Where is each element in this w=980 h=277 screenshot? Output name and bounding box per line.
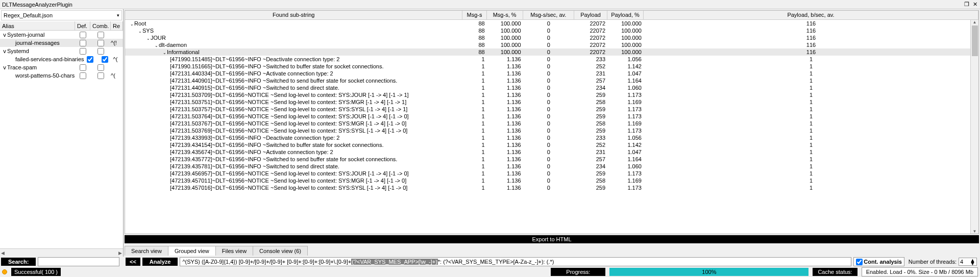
- comb-checkbox[interactable]: [97, 32, 104, 38]
- def-checkbox[interactable]: [80, 64, 86, 71]
- result-row[interactable]: [472131.503764]~DLT~61956~NOTICE ~Send l…: [125, 113, 978, 120]
- result-row[interactable]: [472131.440334]~DLT~61956~INFO ~Activate…: [125, 70, 978, 77]
- row-toggle-icon[interactable]: ⌄: [129, 22, 134, 27]
- cell: 0: [523, 63, 574, 70]
- back-button[interactable]: <<: [126, 258, 140, 266]
- result-row[interactable]: [472131.503769]~DLT~61956~NOTICE ~Send l…: [125, 127, 978, 134]
- comb-checkbox[interactable]: [97, 64, 104, 71]
- cell: 258: [574, 98, 607, 106]
- def-checkbox[interactable]: [80, 32, 86, 38]
- tree-toggle-icon[interactable]: v: [2, 64, 7, 71]
- result-row[interactable]: ⌄Informational88100.000022072100.000116: [125, 48, 978, 56]
- close-icon[interactable]: ✕: [972, 1, 978, 8]
- alias-tree[interactable]: vSystem-journaljournal-messages^(!vSyste…: [0, 31, 123, 248]
- cont-analysis-checkbox[interactable]: [856, 259, 863, 265]
- result-row[interactable]: [471990.151485]~DLT~61956~INFO ~Deactiva…: [125, 56, 978, 63]
- comb-checkbox[interactable]: [97, 48, 104, 55]
- cell: 0: [523, 148, 574, 156]
- tab-files-view[interactable]: Files view: [215, 246, 253, 256]
- search-input[interactable]: [38, 257, 119, 266]
- col-alias[interactable]: Alias: [0, 21, 75, 30]
- col-re[interactable]: Re: [111, 21, 123, 30]
- sub-string: [471990.151665]~DLT~61956~INFO ~Switched…: [170, 63, 383, 69]
- analyze-button[interactable]: Analyze: [142, 258, 178, 266]
- tab-search-view[interactable]: Search view: [125, 246, 168, 256]
- hdr-pl[interactable]: Payload: [574, 11, 607, 20]
- result-row[interactable]: [472131.440915]~DLT~61956~INFO ~Switched…: [125, 84, 978, 91]
- result-row[interactable]: [472139.434154]~DLT~61956~INFO ~Switched…: [125, 141, 978, 148]
- cell: 1: [462, 56, 486, 63]
- progress-bar: 100%: [609, 268, 808, 276]
- vscrollbar[interactable]: ▲▼: [970, 20, 978, 234]
- tree-toggle-icon[interactable]: v: [2, 32, 7, 38]
- result-row[interactable]: [472131.503709]~DLT~61956~NOTICE ~Send l…: [125, 91, 978, 98]
- result-row[interactable]: [472131.503757]~DLT~61956~NOTICE ~Send l…: [125, 106, 978, 113]
- tree-toggle-icon[interactable]: v: [2, 48, 7, 55]
- cell: 231: [574, 70, 607, 77]
- result-grid[interactable]: Found sub-string Msg-s Msg-s, % Msg-s/se…: [125, 10, 979, 234]
- alias-row[interactable]: journal-messages^(!: [0, 39, 123, 47]
- result-row[interactable]: [472131.503767]~DLT~61956~NOTICE ~Send l…: [125, 120, 978, 127]
- regex-preview: ^(: [113, 56, 123, 62]
- alias-row[interactable]: failed-services-and-binaries^(: [0, 55, 123, 63]
- hdr-sub[interactable]: Found sub-string: [125, 11, 462, 20]
- alias-row[interactable]: vSystem-journal: [0, 31, 123, 39]
- status-bar: Successful( 100 ) Progress: 100% Cache s…: [0, 267, 980, 277]
- row-toggle-icon[interactable]: ⌄: [162, 51, 167, 55]
- cell: 1: [644, 163, 978, 170]
- hdr-msgp[interactable]: Msg-s, %: [487, 11, 523, 20]
- cont-analysis-toggle[interactable]: Cont. analysis: [853, 257, 904, 266]
- result-row[interactable]: [472139.433993]~DLT~61956~INFO ~Deactiva…: [125, 134, 978, 141]
- row-toggle-icon[interactable]: ⌄: [154, 43, 159, 48]
- result-row[interactable]: [471990.151665]~DLT~61956~INFO ~Switched…: [125, 63, 978, 70]
- result-row[interactable]: ⌄SYS88100.000022072100.000116: [125, 27, 978, 34]
- cell: 1: [644, 184, 978, 191]
- col-def[interactable]: Def.: [75, 21, 90, 30]
- result-row[interactable]: [472139.457016]~DLT~61956~NOTICE ~Send l…: [125, 184, 978, 191]
- comb-checkbox[interactable]: [97, 72, 104, 79]
- hdr-mps[interactable]: Msg-s/sec, av.: [523, 11, 574, 20]
- cell: 1: [644, 156, 978, 163]
- result-row[interactable]: [472139.457011]~DLT~61956~NOTICE ~Send l…: [125, 177, 978, 184]
- result-row[interactable]: [472139.435772]~DLT~61956~INFO ~Switched…: [125, 156, 978, 163]
- hdr-msg[interactable]: Msg-s: [462, 11, 486, 20]
- alias-row[interactable]: worst-patterns-50-chars^(: [0, 71, 123, 80]
- hdr-plp[interactable]: Payload, %: [607, 11, 644, 20]
- def-checkbox[interactable]: [80, 48, 86, 55]
- result-row[interactable]: ⌄Root88100.000022072100.000116: [125, 20, 978, 27]
- result-row[interactable]: ⌄dlt-daemon88100.000022072100.000116: [125, 41, 978, 48]
- export-to-html-button[interactable]: Export to HTML: [125, 235, 979, 243]
- cell: 0: [523, 77, 574, 84]
- row-toggle-icon[interactable]: ⌄: [145, 36, 151, 41]
- restore-icon[interactable]: ❐: [964, 1, 970, 8]
- tab-console-view-[interactable]: Console view (6): [253, 246, 308, 256]
- alias-row[interactable]: vTrace-spam: [0, 63, 123, 71]
- def-checkbox[interactable]: [80, 40, 86, 46]
- row-toggle-icon[interactable]: ⌄: [137, 29, 142, 34]
- alias-label: failed-services-and-binaries: [15, 56, 84, 62]
- result-row[interactable]: [472131.440901]~DLT~61956~INFO ~Switched…: [125, 77, 978, 84]
- comb-checkbox[interactable]: [102, 56, 108, 63]
- alias-pane: Regex_Default.json ▾ Alias Def. Comb. Re…: [0, 9, 124, 257]
- hdr-plb[interactable]: Payload, b/sec, av.: [644, 11, 978, 20]
- result-row[interactable]: ⌄JOUR88100.000022072100.000116: [125, 34, 978, 41]
- sub-string: Root: [134, 20, 146, 27]
- result-row[interactable]: [472131.503751]~DLT~61956~NOTICE ~Send l…: [125, 98, 978, 106]
- spinner-icon[interactable]: ▲▼: [970, 259, 975, 265]
- num-threads-stepper[interactable]: 4 ▲▼: [959, 258, 977, 266]
- cell: 0: [523, 48, 574, 56]
- tab-grouped-view[interactable]: Grouped view: [168, 246, 216, 256]
- alias-header: Alias Def. Comb. Re: [0, 21, 123, 31]
- def-checkbox[interactable]: [87, 56, 93, 63]
- result-row[interactable]: [472139.456957]~DLT~61956~NOTICE ~Send l…: [125, 170, 978, 177]
- comb-checkbox[interactable]: [97, 40, 104, 46]
- regex-file-combo[interactable]: Regex_Default.json ▾: [1, 10, 122, 20]
- result-row[interactable]: [472139.435674]~DLT~61956~INFO ~Activate…: [125, 148, 978, 156]
- progress-label: Progress:: [551, 268, 605, 276]
- result-row[interactable]: [472139.435781]~DLT~61956~INFO ~Switched…: [125, 163, 978, 170]
- regex-input[interactable]: ^(SYS) ([A-Z0-9]{1,4}) [0-9]+/[0-9]+/[0-…: [180, 257, 851, 266]
- col-comb[interactable]: Comb.: [90, 21, 111, 30]
- def-checkbox[interactable]: [80, 72, 86, 79]
- alias-row[interactable]: vSystemd: [0, 47, 123, 55]
- hscrollbar[interactable]: ◀▶: [0, 248, 123, 257]
